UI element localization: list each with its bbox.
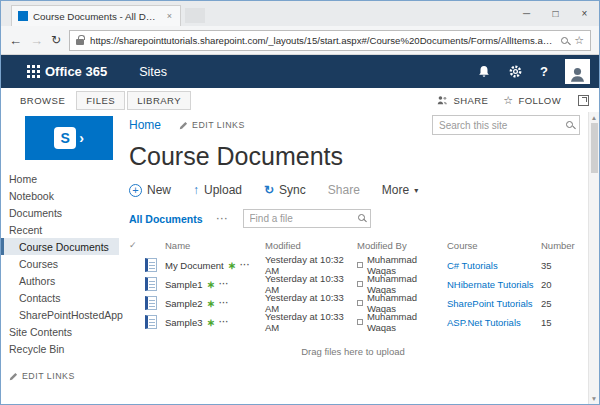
sidebar-item-courses[interactable]: Courses <box>1 255 119 272</box>
word-doc-icon[interactable] <box>145 277 157 291</box>
plus-circle-icon: + <box>129 184 142 197</box>
search-icon[interactable] <box>561 37 568 44</box>
column-course[interactable]: Course <box>447 240 541 251</box>
scroll-down-icon[interactable]: ▼ <box>591 395 597 402</box>
column-modified[interactable]: Modified <box>265 240 357 251</box>
course-link[interactable]: NHibernate Tutorials <box>447 279 541 290</box>
select-all-checkbox[interactable]: ✓ <box>129 240 145 250</box>
tab-browse[interactable]: BROWSE <box>11 92 74 109</box>
course-link[interactable]: C# Tutorials <box>447 260 541 271</box>
tab-title: Course Documents - All Documents <box>33 11 160 22</box>
view-ellipsis-icon[interactable]: ··· <box>217 214 229 224</box>
upload-button[interactable]: ↑ Upload <box>193 183 242 197</box>
sidebar-item-recent[interactable]: Recent <box>1 221 119 238</box>
sidebar-edit-links[interactable]: EDIT LINKS <box>1 371 119 381</box>
app-launcher-button[interactable] <box>1 55 45 88</box>
close-button[interactable]: × <box>570 1 599 26</box>
settings-gear-icon[interactable] <box>508 64 523 79</box>
find-file-input[interactable] <box>243 209 371 228</box>
number-cell: 25 <box>541 298 577 309</box>
url-text[interactable]: https://sharepointtutorials.sharepoint.c… <box>90 35 555 46</box>
breadcrumb-home-link[interactable]: Home <box>129 118 161 132</box>
course-link[interactable]: ASP.Net Tutorials <box>447 317 541 328</box>
find-file-box <box>243 209 371 228</box>
tab-files[interactable]: FILES <box>76 91 125 110</box>
site-search-input[interactable] <box>432 115 580 135</box>
number-cell: 20 <box>541 279 577 290</box>
sites-link[interactable]: Sites <box>139 65 167 79</box>
tab-library[interactable]: LIBRARY <box>127 91 191 110</box>
refresh-button[interactable]: ↻ <box>51 33 61 47</box>
chevron-down-icon: ▾ <box>414 186 418 195</box>
browser-tab[interactable]: Course Documents - All Documents × <box>11 5 181 26</box>
notifications-bell-icon[interactable] <box>477 65 491 79</box>
sidebar-item-authors[interactable]: Authors <box>1 272 119 289</box>
sidebar-item-contacts[interactable]: Contacts <box>1 289 119 306</box>
documents-table: ✓ Name Modified Modified By Course Numbe… <box>129 236 584 330</box>
column-name[interactable]: Name <box>165 240 265 251</box>
help-button[interactable]: ? <box>540 64 548 79</box>
vertical-scrollbar[interactable]: ▲ ▼ <box>588 112 599 404</box>
sidebar-item-sharepointhostedapp[interactable]: SharePointHostedApp <box>1 306 119 323</box>
column-number[interactable]: Number <box>541 240 577 251</box>
sharepoint-logo-chevron: › <box>79 130 84 146</box>
minimize-button[interactable]: ─ <box>512 1 541 26</box>
new-label: New <box>147 183 171 197</box>
scrollbar-thumb[interactable] <box>591 123 598 173</box>
presence-indicator <box>357 281 363 287</box>
page-edit-links[interactable]: EDIT LINKS <box>179 120 245 130</box>
word-doc-icon[interactable] <box>145 258 157 272</box>
table-row: Sample3 ∗ ··· Yesterday at 10:33 AM Muha… <box>129 311 584 330</box>
sidebar-item-notebook[interactable]: Notebook <box>1 187 119 204</box>
sidebar-edit-links-label: EDIT LINKS <box>22 371 75 381</box>
focus-on-content-icon[interactable] <box>578 95 589 106</box>
new-button[interactable]: + New <box>129 183 171 197</box>
scroll-up-icon[interactable]: ▲ <box>591 114 597 121</box>
back-button[interactable]: ← <box>9 33 22 48</box>
forward-button[interactable]: → <box>30 33 43 48</box>
share-button[interactable]: SHARE <box>453 95 488 106</box>
sidebar-item-home[interactable]: Home <box>1 170 119 187</box>
maximize-button[interactable]: □ <box>541 1 570 26</box>
file-name-link[interactable]: My Document <box>165 260 224 271</box>
sidebar-item-course-documents[interactable]: Course Documents <box>1 238 119 255</box>
address-bar[interactable]: https://sharepointtutorials.sharepoint.c… <box>69 30 591 51</box>
word-doc-icon[interactable] <box>145 315 157 329</box>
sharepoint-logo-icon: S <box>54 127 76 149</box>
number-cell: 15 <box>541 317 577 328</box>
course-link[interactable]: SharePoint Tutorials <box>447 298 541 309</box>
item-menu-icon[interactable]: ··· <box>219 317 229 327</box>
file-name-link[interactable]: Sample2 <box>165 298 203 309</box>
sidebar-item-recycle-bin[interactable]: Recycle Bin <box>1 340 119 357</box>
sidebar-item-documents[interactable]: Documents <box>1 204 119 221</box>
more-label: More <box>382 183 409 197</box>
item-menu-icon[interactable]: ··· <box>240 260 250 270</box>
edit-pencil-icon <box>9 372 18 381</box>
find-file-search-icon[interactable] <box>358 214 365 221</box>
item-menu-icon[interactable]: ··· <box>219 298 229 308</box>
page-title: Course Documents <box>129 142 584 171</box>
page-edit-links-label: EDIT LINKS <box>192 120 245 130</box>
word-doc-icon[interactable] <box>145 296 157 310</box>
user-avatar[interactable] <box>565 59 590 84</box>
app-launcher-icon <box>27 65 30 68</box>
item-menu-icon[interactable]: ··· <box>219 279 229 289</box>
tab-close-icon[interactable]: × <box>165 11 174 21</box>
site-logo[interactable]: S › <box>25 116 113 160</box>
file-name-link[interactable]: Sample1 <box>165 279 203 290</box>
favorite-star-icon[interactable]: ☆ <box>574 34 584 47</box>
share-people-icon <box>437 95 448 105</box>
follow-button[interactable]: FOLLOW <box>518 95 561 106</box>
column-modified-by[interactable]: Modified By <box>357 240 447 251</box>
sync-button[interactable]: ↻ Sync <box>264 183 306 197</box>
sidebar-item-site-contents[interactable]: Site Contents <box>1 323 119 340</box>
view-all-documents[interactable]: All Documents <box>129 213 203 225</box>
new-tab-button[interactable] <box>185 8 205 23</box>
site-search-icon[interactable] <box>566 121 573 128</box>
file-name-link[interactable]: Sample3 <box>165 317 203 328</box>
share-command-button[interactable]: Share <box>328 183 360 197</box>
office365-brand-link[interactable]: Office 365 <box>45 64 107 79</box>
more-button[interactable]: More ▾ <box>382 183 418 197</box>
presence-indicator <box>357 300 363 306</box>
new-badge-icon: ∗ <box>207 317 215 328</box>
